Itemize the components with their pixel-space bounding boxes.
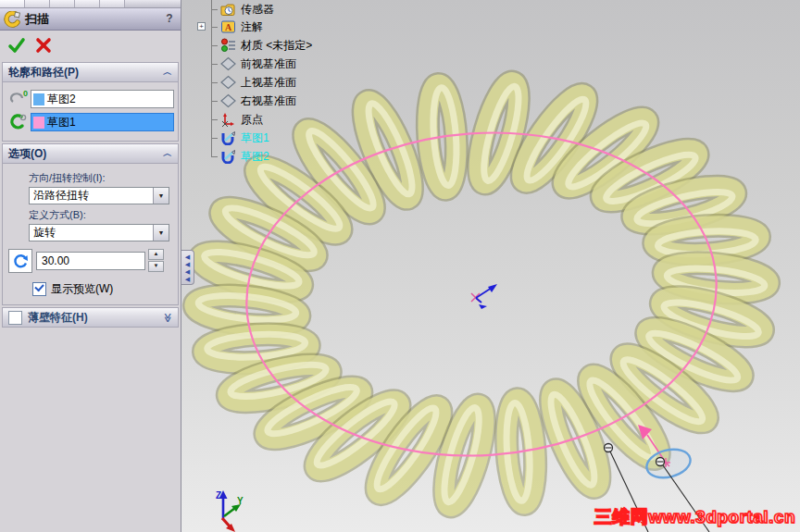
plane-icon	[220, 93, 236, 108]
plane-icon	[220, 75, 236, 90]
annotations-icon: A	[220, 19, 236, 34]
show-preview-label: 显示预览(W)	[51, 281, 113, 297]
turns-spinner: ▲ ▼	[148, 249, 164, 273]
tree-item-label: 草图1	[241, 130, 269, 146]
triad-z-label: Z	[216, 490, 221, 501]
tree-item-label: 草图2	[241, 149, 269, 165]
tab-configurations[interactable]	[50, 0, 75, 7]
tree-item-label: 材质 <未指定>	[241, 38, 312, 54]
feature-manager-tree: 传感器 + A 注解 材质 <未指定> 前视基准面	[196, 0, 354, 168]
plane-icon	[220, 56, 236, 71]
profile-selection-row: 0 草图2	[6, 89, 174, 109]
panel-splitter-handle[interactable]: ◀◀◀◀	[181, 250, 194, 285]
section-thin-feature-header[interactable]: 薄壁特征(H) ≫	[3, 308, 178, 327]
svg-text:0: 0	[23, 89, 28, 98]
section-options: 选项(O) ︿ 方向/扭转控制(I): 沿路径扭转 ▼ 定义方式(B): 旋转 …	[2, 143, 179, 305]
orientation-dropdown[interactable]: 沿路径扭转 ▼	[29, 187, 169, 204]
tree-item-annotations[interactable]: + A 注解	[196, 18, 263, 36]
spinner-down-icon[interactable]: ▼	[148, 261, 164, 272]
tab-featuremanager[interactable]	[25, 0, 50, 7]
turns-row: 30.00 ▲ ▼	[8, 249, 174, 273]
tree-item-label: 原点	[241, 112, 263, 128]
profile-selection-field[interactable]: 草图2	[31, 90, 174, 108]
dropdown-arrow-icon[interactable]: ▼	[153, 188, 169, 204]
tree-item-label: 前视基准面	[241, 56, 296, 72]
confirm-row	[0, 31, 181, 60]
panel-header: 扫描 ?	[0, 8, 181, 31]
define-by-label: 定义方式(B):	[29, 208, 174, 222]
sketch-icon	[220, 149, 236, 164]
solidworks-window: Z Y 三维网www.3dportal.cn 传感器 + A	[0, 0, 800, 532]
turns-input[interactable]: 30.00	[36, 252, 145, 270]
orientation-value: 沿路径扭转	[30, 188, 153, 204]
tab-display[interactable]	[100, 0, 125, 7]
tree-item-front-plane[interactable]: 前视基准面	[196, 55, 296, 73]
revolutions-icon[interactable]	[8, 249, 32, 273]
tree-item-sketch2[interactable]: 草图2	[196, 147, 269, 166]
help-button[interactable]: ?	[162, 12, 177, 27]
section-title: 薄壁特征(H)	[28, 310, 163, 326]
tree-item-label: 传感器	[241, 2, 274, 18]
tree-item-origin[interactable]: 原点	[196, 110, 263, 129]
ok-button[interactable]	[7, 36, 26, 55]
collapse-chevron-icon: ︿	[163, 66, 172, 79]
tree-item-sensors[interactable]: 传感器	[196, 0, 274, 19]
expand-plus-icon[interactable]: +	[197, 22, 206, 31]
tree-item-material[interactable]: 材质 <未指定>	[196, 36, 312, 55]
section-options-header[interactable]: 选项(O) ︿	[3, 144, 178, 164]
profile-field-value: 草图2	[47, 92, 76, 107]
section-profile-path: 轮廓和路径(P) ︿ 0 草图2	[2, 62, 179, 142]
path-field-value: 草图1	[47, 115, 76, 130]
tree-item-label: 注解	[241, 19, 263, 35]
show-preview-checkbox[interactable]	[32, 282, 46, 296]
property-manager-panel: 扫描 ? 轮廓和路径(P) ︿ 0	[0, 0, 181, 532]
expand-chevron-icon: ≫	[162, 313, 172, 322]
collapse-chevron-icon: ︿	[163, 147, 172, 160]
tree-item-label: 上视基准面	[241, 75, 296, 91]
profile-color-swatch	[33, 93, 44, 105]
tree-item-top-plane[interactable]: 上视基准面	[196, 73, 296, 92]
sweep-feature-icon	[4, 11, 20, 28]
section-title: 选项(O)	[8, 146, 163, 162]
profile-icon: 0	[6, 89, 31, 109]
define-by-dropdown[interactable]: 旋转 ▼	[29, 224, 169, 241]
show-preview-row: 显示预览(W)	[32, 281, 174, 297]
panel-title: 扫描	[25, 11, 162, 28]
center-axis-marker	[471, 284, 497, 309]
orientation-label: 方向/扭转控制(I):	[29, 171, 174, 185]
sensors-icon	[220, 2, 236, 17]
path-selection-field[interactable]: 草图1	[31, 113, 174, 131]
path-selection-row: 草图1	[6, 112, 174, 132]
spinner-up-icon[interactable]: ▲	[148, 249, 164, 260]
tree-item-sketch1[interactable]: 草图1	[196, 129, 269, 147]
section-title: 轮廓和路径(P)	[8, 65, 163, 80]
thin-feature-checkbox[interactable]	[8, 311, 22, 325]
tab-propertymanager[interactable]	[0, 0, 25, 7]
watermark: 三维网www.3dportal.cn	[594, 505, 795, 529]
orientation-triad: Z Y	[216, 490, 244, 532]
property-manager-tab-strip	[0, 0, 181, 8]
material-icon	[220, 38, 236, 53]
section-thin-feature: 薄壁特征(H) ≫	[2, 307, 179, 328]
path-icon	[6, 112, 31, 132]
tab-dimxpert[interactable]	[75, 0, 100, 7]
path-color-swatch	[33, 117, 44, 129]
dropdown-arrow-icon[interactable]: ▼	[153, 225, 169, 241]
section-profile-path-header[interactable]: 轮廓和路径(P) ︿	[3, 63, 178, 82]
define-by-value: 旋转	[30, 225, 153, 241]
tree-item-right-plane[interactable]: 右视基准面	[196, 92, 296, 110]
svg-text:A: A	[225, 22, 232, 32]
triad-y-label: Y	[237, 496, 244, 506]
tree-item-label: 右视基准面	[241, 93, 296, 109]
origin-icon	[220, 112, 236, 127]
cancel-button[interactable]	[34, 36, 53, 55]
sketch-icon	[220, 130, 236, 145]
